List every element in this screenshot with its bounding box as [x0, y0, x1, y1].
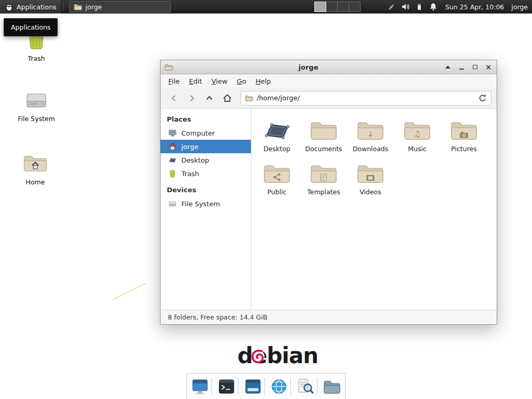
workspace-2[interactable]	[326, 2, 338, 12]
file-grid: Desktop Documents ↓ Downloads ♫	[251, 109, 497, 310]
dock-separator	[211, 378, 215, 395]
menu-help[interactable]: Help	[251, 75, 276, 87]
file-item-videos[interactable]: Videos	[347, 158, 394, 196]
bottom-dock	[187, 373, 345, 399]
places-header: Places	[161, 113, 251, 126]
desktop-icon-home[interactable]: Home	[11, 153, 59, 186]
notification-bell-icon[interactable]	[429, 2, 438, 11]
home-button[interactable]	[219, 90, 235, 106]
desktop-root: Applications jorge	[0, 0, 532, 399]
file-item-label: Desktop	[254, 145, 300, 153]
app-finder-launcher[interactable]	[295, 376, 316, 397]
menu-file[interactable]: File	[164, 75, 184, 87]
sidebar-item-label: Desktop	[181, 156, 209, 164]
up-button[interactable]	[201, 90, 218, 106]
power-icon[interactable]	[415, 2, 424, 11]
home-folder-icon	[23, 153, 48, 174]
sidebar-item-trash[interactable]: Trash	[161, 167, 251, 180]
documents-folder-icon	[310, 119, 338, 142]
sidebar-item-file-system[interactable]: File System	[161, 197, 251, 210]
dock-separator	[264, 378, 268, 395]
file-item-public[interactable]: Public	[254, 158, 300, 196]
sidebar-item-desktop[interactable]: Desktop	[161, 153, 251, 167]
menu-view[interactable]: View	[207, 75, 232, 87]
globe-icon	[270, 378, 288, 395]
location-input[interactable]	[257, 94, 475, 102]
desktop-icon	[168, 156, 177, 164]
clipboard-manager-icon[interactable]	[387, 2, 396, 11]
window-list-launcher[interactable]	[242, 376, 264, 397]
maximize-button[interactable]	[471, 63, 479, 71]
forward-button[interactable]	[183, 90, 200, 106]
sidebar-item-label: Trash	[181, 170, 199, 178]
shade-button[interactable]	[444, 63, 452, 71]
workspace-1[interactable]	[314, 2, 326, 12]
panel-username[interactable]: jorge	[511, 3, 528, 11]
window-body: Places Computer jorge	[161, 109, 497, 310]
drive-icon	[168, 200, 177, 208]
line-artifact	[113, 283, 147, 299]
reload-button[interactable]	[478, 94, 487, 102]
applications-menu-label: Applications	[17, 3, 56, 11]
workspace-switcher	[315, 2, 361, 12]
desktop-icon-label: Trash	[12, 55, 60, 62]
applications-menu-button[interactable]: Applications	[0, 0, 61, 14]
file-manager-window: jorge × File Edit View Go Help	[160, 60, 497, 325]
taskbar-window-label: jorge	[85, 3, 102, 11]
menu-go[interactable]: Go	[232, 75, 251, 87]
home-icon	[168, 142, 177, 151]
show-desktop-launcher[interactable]	[189, 376, 211, 397]
dock-separator	[238, 378, 242, 395]
terminal-launcher[interactable]	[216, 376, 237, 397]
file-item-music[interactable]: ♫ Music	[394, 115, 441, 153]
dock-separator	[290, 378, 294, 395]
back-button[interactable]	[166, 90, 182, 106]
file-item-label: Pictures	[441, 145, 487, 153]
sidebar-item-jorge[interactable]: jorge	[161, 140, 251, 153]
share-icon	[273, 173, 281, 181]
sidebar-item-computer[interactable]: Computer	[161, 126, 251, 140]
panel-separator	[63, 2, 66, 11]
dock-separator	[317, 378, 321, 395]
terminal-icon	[218, 378, 235, 395]
desktop-icon-file-system[interactable]: File System	[12, 89, 60, 123]
camera-icon	[459, 131, 469, 138]
desktop-icon-label: File System	[12, 115, 60, 123]
menu-edit[interactable]: Edit	[184, 75, 207, 87]
maximize-icon	[473, 65, 477, 69]
toolbar	[161, 88, 497, 109]
file-item-templates[interactable]: Templates	[300, 158, 347, 196]
window-icon	[165, 63, 173, 71]
location-bar[interactable]	[241, 91, 491, 105]
close-icon: ×	[485, 63, 491, 71]
file-item-desktop[interactable]: Desktop	[254, 115, 300, 153]
file-item-documents[interactable]: Documents	[300, 115, 347, 153]
music-note-icon: ♫	[414, 130, 420, 138]
debian-logo: debian	[237, 343, 310, 369]
file-item-label: Music	[394, 145, 441, 153]
file-manager-launcher[interactable]	[321, 376, 343, 397]
file-item-label: Public	[254, 188, 300, 196]
panel-clock[interactable]: Sun 25 Apr, 10:06	[445, 3, 504, 11]
drive-icon	[25, 89, 48, 110]
top-panel: Applications jorge	[0, 0, 532, 14]
web-browser-launcher[interactable]	[268, 376, 290, 397]
window-titlebar[interactable]: jorge ×	[161, 60, 497, 74]
workspace-4[interactable]	[349, 2, 361, 12]
film-icon	[366, 175, 375, 181]
minimize-button[interactable]	[457, 63, 466, 71]
file-item-pictures[interactable]: Pictures	[441, 115, 487, 153]
volume-icon[interactable]	[401, 2, 410, 11]
file-item-label: Templates	[300, 188, 347, 196]
template-paper-icon	[321, 174, 327, 181]
taskbar-window-button[interactable]: jorge	[69, 1, 171, 12]
file-item-downloads[interactable]: ↓ Downloads	[347, 115, 394, 153]
menubar: File Edit View Go Help	[161, 74, 497, 88]
computer-icon	[168, 129, 177, 137]
close-button[interactable]: ×	[484, 63, 493, 71]
location-folder-icon	[245, 95, 253, 101]
workspace-3[interactable]	[337, 2, 349, 12]
desktop-icon-label: Home	[11, 178, 59, 186]
devices-header: Devices	[161, 183, 251, 197]
folder-icon	[74, 3, 82, 11]
